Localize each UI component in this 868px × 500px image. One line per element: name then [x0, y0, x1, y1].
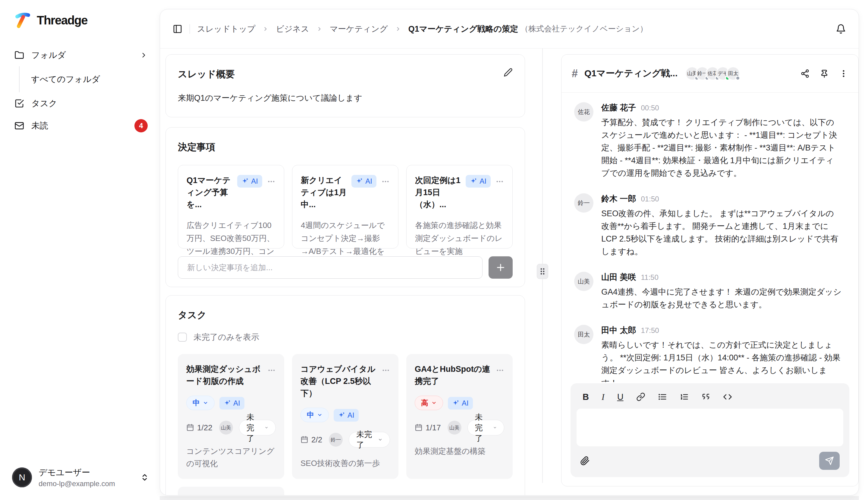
due-date-label: 2/2 — [311, 435, 322, 444]
sidebar-toggle-button[interactable] — [173, 24, 182, 34]
add-decision-button[interactable] — [488, 256, 513, 279]
add-decision-input[interactable] — [178, 256, 483, 279]
priority-dropdown[interactable]: 中 — [186, 396, 215, 410]
ellipsis-icon — [382, 366, 390, 375]
chat-menu-button[interactable] — [839, 69, 848, 78]
send-button[interactable] — [819, 452, 840, 470]
ai-badge: AI — [334, 409, 359, 422]
due-date-label: 1/17 — [426, 423, 441, 432]
numbered-list-button[interactable] — [680, 392, 689, 401]
chevron-down-icon — [265, 424, 268, 431]
code-icon — [723, 392, 732, 401]
decision-menu-button[interactable] — [267, 177, 276, 186]
sidebar-item-all-folders[interactable]: すべてのフォルダ — [31, 73, 100, 85]
sparkles-icon — [356, 178, 363, 185]
link-button[interactable] — [636, 392, 645, 401]
sparkles-icon — [241, 178, 248, 185]
underline-button[interactable]: U — [617, 393, 624, 401]
message-body: GA4連携、今週中に完了させます！ 来週の定例で効果測定ダッシュボードの初版をお… — [601, 286, 842, 311]
tasks-title: タスク — [178, 309, 513, 321]
user-menu[interactable]: N デモユーザー demo-lp@example.com — [12, 467, 149, 488]
assignee-avatar: 鈴一 — [329, 433, 343, 447]
status-label: 未完了 — [356, 429, 374, 450]
status-dropdown[interactable]: 未完了 — [349, 432, 390, 447]
chevron-right-icon — [140, 51, 148, 59]
sidebar-item-label: フォルダ — [31, 49, 66, 61]
priority-label: 中 — [193, 398, 200, 408]
sidebar-item-tasks[interactable]: タスク — [14, 92, 148, 115]
edit-overview-button[interactable] — [504, 68, 513, 77]
task-menu-button[interactable] — [267, 366, 276, 375]
decision-body: 各施策の進捗確認と効果測定ダッシュボードのレビューを実施 — [415, 219, 504, 258]
task-menu-button[interactable] — [382, 366, 390, 375]
task-menu-button[interactable] — [496, 366, 504, 375]
status-label: 未完了 — [246, 412, 261, 444]
sidebar-item-folders[interactable]: フォルダ — [14, 44, 148, 66]
task-card: 新クリエイティブのコンセプト決定・撮影手 — [178, 487, 284, 496]
checkbox-icon[interactable] — [178, 333, 187, 342]
priority-dropdown[interactable]: 高 — [415, 396, 443, 410]
priority-label: 中 — [307, 410, 314, 420]
attach-file-button[interactable] — [580, 456, 590, 466]
share-button[interactable] — [800, 69, 810, 78]
panel-resize-handle[interactable] — [537, 264, 548, 279]
ai-badge-label: AI — [233, 399, 240, 407]
calendar-icon — [186, 424, 194, 432]
share-icon — [800, 69, 810, 78]
message-time: 00:50 — [641, 104, 659, 112]
overview-title: スレッド概要 — [178, 68, 235, 80]
content-area: スレッド概要 来期Q1のマーケティング施策について議論します 決定事項 Q1マー… — [160, 48, 859, 495]
due-date-label: 1/22 — [197, 423, 212, 432]
bullet-list-button[interactable] — [658, 392, 667, 401]
priority-dropdown[interactable]: 中 — [300, 408, 329, 422]
breadcrumb: スレッドトップ ビジネス マーケティング — [197, 23, 401, 34]
code-button[interactable] — [723, 392, 732, 401]
message-list[interactable]: 佐花 佐藤 花子 00:50 予算配分、賛成です！ クリエイティブ制作については… — [562, 93, 858, 382]
bell-icon — [836, 24, 846, 34]
unread-count-badge: 4 — [135, 119, 148, 133]
due-date: 1/17 — [415, 423, 441, 432]
channel-hash-icon: # — [572, 67, 578, 80]
ellipsis-icon — [267, 177, 276, 186]
decision-menu-button[interactable] — [496, 177, 504, 186]
calendar-icon — [415, 424, 423, 432]
breadcrumb-link[interactable]: ビジネス — [276, 23, 309, 34]
breadcrumb-link[interactable]: スレッドトップ — [197, 23, 255, 34]
overview-body: 来期Q1のマーケティング施策について議論します — [178, 93, 513, 103]
quote-button[interactable] — [701, 392, 710, 401]
breadcrumb-link[interactable]: マーケティング — [330, 23, 388, 34]
status-dropdown[interactable]: 未完了 — [467, 420, 504, 435]
app-name: Threadge — [37, 14, 88, 27]
filter-incomplete-toggle[interactable]: 未完了のみを表示 — [178, 332, 513, 343]
pencil-icon — [504, 68, 513, 77]
bold-button[interactable]: B — [582, 393, 589, 401]
italic-button[interactable]: I — [602, 393, 605, 401]
decision-title: Q1マーケティング予算を... — [187, 174, 233, 211]
chevron-down-icon — [317, 412, 323, 418]
sidebar-item-unread[interactable]: 未読 4 — [14, 115, 148, 137]
list-icon — [658, 392, 667, 401]
paperclip-icon — [580, 456, 590, 466]
message-avatar: 田太 — [574, 325, 593, 344]
message-input[interactable] — [577, 409, 843, 446]
task-card: 効果測定ダッシュボード初版の作成 中 — [178, 354, 284, 479]
pin-button[interactable] — [820, 69, 829, 78]
threadge-logo-icon — [14, 12, 31, 29]
notifications-button[interactable] — [836, 24, 846, 34]
ai-badge: AI — [448, 397, 473, 410]
tasks-card: タスク 未完了のみを表示 効果測定ダッシュボード初版の作成 — [165, 295, 525, 496]
ai-badge-label: AI — [365, 177, 372, 185]
message: 山美 山田 美咲 11:50 GA4連携、今週中に完了させます！ 来週の定例で効… — [574, 272, 842, 311]
calendar-icon — [300, 436, 308, 444]
chat-actions — [800, 69, 848, 78]
member-avatars: 山美 鈴一 佐花 — [685, 66, 740, 80]
decision-menu-button[interactable] — [381, 177, 390, 186]
formatting-toolbar: B I U — [577, 389, 843, 405]
message-author: 佐藤 花子 — [601, 102, 636, 113]
decision-title: 次回定例は1月15日（水）... — [415, 174, 461, 211]
status-label: 未完了 — [475, 412, 489, 444]
breadcrumb-bar: スレッドトップ ビジネス マーケティング Q1マーケティング戦略の策定 （株式会… — [160, 9, 859, 48]
avatar: N — [12, 467, 32, 487]
ai-badge-label: AI — [251, 177, 258, 185]
status-dropdown[interactable]: 未完了 — [239, 420, 276, 435]
